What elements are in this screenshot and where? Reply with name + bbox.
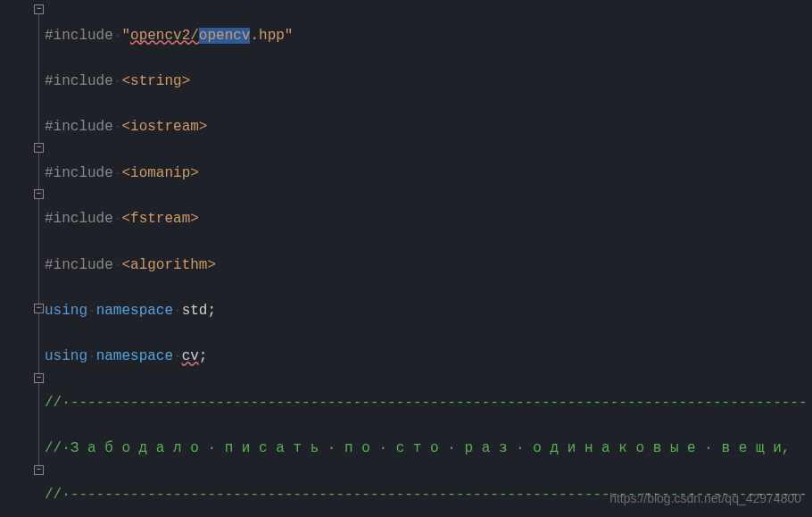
- include-path: <iomanip>: [121, 165, 198, 181]
- keyword: using: [45, 303, 87, 319]
- fold-guide: [38, 199, 39, 304]
- code-line[interactable]: #include·<iomanip>: [45, 163, 812, 186]
- code-editor[interactable]: − − − − − − #include·"opencv2/opencv.hpp…: [0, 0, 812, 517]
- code-line[interactable]: #include·<iostream>: [45, 116, 812, 139]
- comment: //·-------------------------------------…: [45, 395, 808, 411]
- comment: //·З а б о д а л о · п и с а т ь · п о ·…: [45, 440, 790, 456]
- code-line[interactable]: #include·"opencv2/opencv.hpp": [45, 25, 812, 48]
- fold-guide: [38, 383, 39, 465]
- fold-icon[interactable]: −: [34, 189, 44, 199]
- code-line[interactable]: #include·<algorithm>: [45, 254, 812, 278]
- code-line[interactable]: #include·<string>: [45, 71, 812, 94]
- preproc: #include: [45, 28, 113, 44]
- code-area[interactable]: #include·"opencv2/opencv.hpp" #include·<…: [45, 0, 812, 517]
- code-line[interactable]: #include·<fstream>: [45, 208, 812, 231]
- code-line[interactable]: using·namespace·cv;: [45, 346, 812, 369]
- code-line[interactable]: //·-------------------------------------…: [45, 392, 812, 415]
- include-path: <string>: [121, 73, 190, 89]
- watermark: https://blog.csdn.net/qq_42974800: [609, 488, 801, 508]
- code-line[interactable]: using·namespace·std;: [45, 300, 812, 323]
- fold-icon[interactable]: −: [34, 4, 44, 14]
- fold-icon[interactable]: −: [34, 465, 44, 475]
- keyword: namespace: [96, 303, 173, 319]
- include-path: opencv2/: [130, 28, 199, 44]
- fold-icon[interactable]: −: [34, 304, 44, 313]
- fold-guide: [38, 14, 39, 143]
- code-line[interactable]: //·З а б о д а л о · п и с а т ь · п о ·…: [45, 438, 812, 461]
- include-path: <algorithm>: [121, 257, 216, 273]
- fold-icon[interactable]: −: [34, 143, 44, 153]
- fold-guide: [38, 313, 39, 373]
- fold-guide: [38, 153, 39, 189]
- fold-icon[interactable]: −: [34, 373, 44, 383]
- include-path: <iostream>: [121, 119, 207, 135]
- selection: opencv: [199, 28, 251, 44]
- include-path: <fstream>: [121, 211, 198, 227]
- gutter: − − − − − −: [0, 0, 45, 517]
